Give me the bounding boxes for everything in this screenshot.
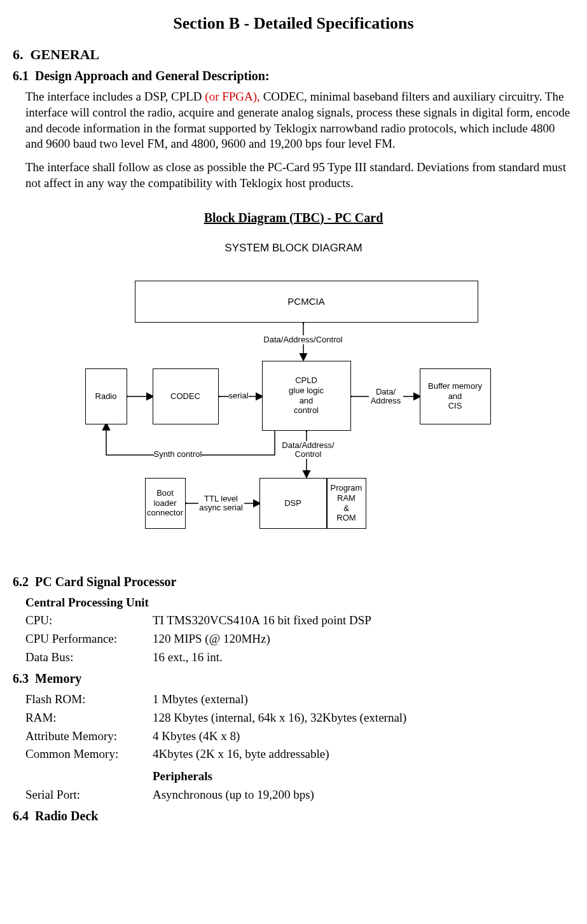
diagram-box-boot: Boot loader connector [145, 478, 186, 529]
diagram-box-radio: Radio [85, 368, 127, 424]
spec-row: Attribute Memory: 4 Kbytes (4K x 8) [25, 729, 574, 745]
diagram-label-data-address: Data/ Address [369, 388, 403, 406]
diagram-label-synth: Synth control [154, 450, 202, 459]
heading-label: Radio Deck [35, 809, 98, 823]
spec-label: Attribute Memory: [25, 729, 153, 745]
spec-value: 4Kbytes (2K x 16, byte addressable) [153, 746, 574, 762]
spec-row: CPU:TI TMS320VCS410A 16 bit fixed point … [25, 613, 574, 629]
text-highlight: (or FPGA), [205, 90, 260, 103]
diagram-box-cpld: CPLD glue logic and control [262, 361, 351, 431]
heading-62: 6.2 PC Card Signal Processor [13, 573, 574, 590]
diagram-box-codec: CODEC [153, 368, 219, 424]
spec-label: Data Bus: [25, 650, 153, 666]
heading-label: GENERAL [31, 46, 100, 62]
spec-label: Flash ROM: [25, 692, 153, 708]
diagram-label-dac: Data/Address/Control [262, 335, 345, 344]
page-title: Section B - Detailed Specifications [13, 13, 574, 34]
diagram-label-dac2: Data/Address/ Control [280, 441, 337, 459]
heading-num: 6.1 [13, 69, 29, 83]
diagram-box-dsp: DSP [259, 478, 327, 529]
heading-num: 6. [13, 46, 24, 62]
spec-value: 4 Kbytes (4K x 8) [153, 729, 574, 745]
spec-value: 120 MIPS (@ 120MHz) [153, 631, 574, 647]
spec-row: Data Bus:16 ext., 16 int. [25, 650, 574, 666]
spec-label: CPU: [25, 613, 153, 629]
heading-label: Design Approach and General Description: [35, 69, 270, 83]
spec-row: CPU Performance:120 MIPS (@ 120MHz) [25, 631, 574, 647]
text: The interface includes a DSP, CPLD [25, 90, 205, 103]
spec-row: Common Memory:4Kbytes (2K x 16, byte add… [25, 746, 574, 762]
spec-value: 128 Kbytes (internal, 64k x 16), 32Kbyte… [153, 710, 574, 726]
heading-num: 6.2 [13, 575, 29, 589]
spec-value: TI TMS320VCS410A 16 bit fixed point DSP [153, 613, 574, 629]
spec-label: RAM: [25, 710, 153, 726]
spec-label: Serial Port: [25, 787, 153, 803]
heading-num: 6.4 [13, 809, 29, 823]
diagram-label-serial: serial [229, 391, 249, 400]
subheading-peripherals: Peripherals [153, 769, 574, 785]
heading-label: Memory [35, 671, 81, 685]
heading-63: 6.3 Memory [13, 670, 574, 687]
spec-row: Flash ROM:1 Mbytes (external) [25, 692, 574, 708]
heading-label: PC Card Signal Processor [35, 575, 176, 589]
diagram-box-pcmcia: PCMCIA [135, 281, 478, 323]
heading-64: 6.4 Radio Deck [13, 808, 574, 824]
heading-61: 6.1 Design Approach and General Descript… [13, 67, 574, 84]
spec-value: Asynchronous (up to 19,200 bps) [153, 787, 574, 803]
diagram-box-buffer: Buffer memory and CIS [420, 368, 491, 424]
spec-label: CPU Performance: [25, 631, 153, 647]
spec-row: RAM:128 Kbytes (internal, 64k x 16), 32K… [25, 710, 574, 726]
diagram-label-ttl: TTL level async serial [198, 494, 244, 513]
spec-value: 1 Mbytes (external) [153, 692, 574, 708]
paragraph: The interface includes a DSP, CPLD (or F… [25, 89, 574, 152]
block-diagram-title: Block Diagram (TBC) - PC Card [13, 209, 574, 226]
heading-6-general: 6. GENERAL [13, 46, 574, 64]
spec-label: Common Memory: [25, 746, 153, 762]
paragraph: The interface shall follow as close as p… [25, 160, 574, 191]
spec-row: Serial Port:Asynchronous (up to 19,200 b… [25, 787, 574, 803]
subheading-cpu: Central Processing Unit [25, 595, 574, 611]
heading-num: 6.3 [13, 671, 29, 685]
block-diagram: PCMCIA Data/Address/Control Radio CODEC … [71, 262, 516, 554]
diagram-box-program: Program RAM & ROM [327, 478, 366, 529]
system-block-diagram-label: SYSTEM BLOCK DIAGRAM [13, 241, 574, 255]
spec-value: 16 ext., 16 int. [153, 650, 574, 666]
